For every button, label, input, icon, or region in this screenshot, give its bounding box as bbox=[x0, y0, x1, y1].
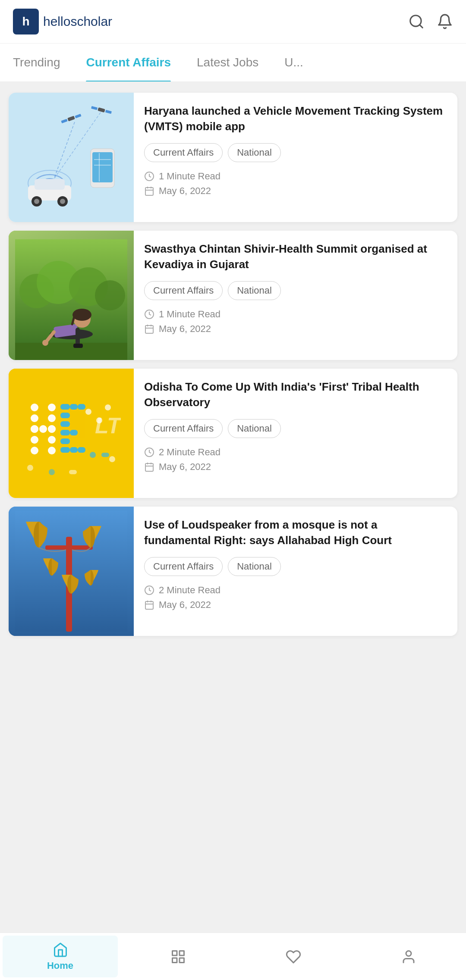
svg-point-81 bbox=[109, 456, 115, 462]
svg-point-42 bbox=[42, 340, 48, 346]
tag-national-1[interactable]: National bbox=[228, 143, 281, 162]
svg-point-61 bbox=[31, 425, 38, 433]
article-body-2: Swasthya Chintan Shivir-Health Summit or… bbox=[134, 231, 457, 360]
article-tags-3: Current Affairs National bbox=[144, 419, 445, 438]
article-meta-4: 2 Minute Read May 6, 2022 bbox=[144, 585, 445, 611]
article-image-4 bbox=[9, 507, 134, 636]
article-card-1[interactable]: Haryana launched a Vehicle Movement Trac… bbox=[9, 93, 457, 222]
article-card-4[interactable]: Use of Loudspeaker from a mosque is not … bbox=[9, 507, 457, 636]
articles-list: Haryana launched a Vehicle Movement Trac… bbox=[0, 82, 466, 711]
tag-current-affairs-2[interactable]: Current Affairs bbox=[144, 281, 223, 300]
logo[interactable]: h helloscholar bbox=[13, 9, 112, 34]
svg-rect-92 bbox=[45, 545, 93, 550]
svg-rect-65 bbox=[60, 413, 70, 418]
svg-text:LT: LT bbox=[95, 413, 121, 438]
search-button[interactable] bbox=[408, 13, 425, 30]
date-1: May 6, 2022 bbox=[144, 185, 445, 197]
svg-point-57 bbox=[48, 414, 56, 422]
logo-text: helloscholar bbox=[43, 14, 112, 29]
svg-rect-84 bbox=[69, 470, 77, 474]
tag-national-3[interactable]: National bbox=[228, 419, 281, 438]
header-actions bbox=[408, 13, 453, 30]
svg-rect-80 bbox=[101, 453, 109, 457]
svg-rect-66 bbox=[60, 421, 70, 427]
svg-point-56 bbox=[48, 404, 56, 411]
svg-point-60 bbox=[48, 447, 56, 454]
article-body-4: Use of Loudspeaker from a mosque is not … bbox=[134, 507, 457, 636]
nav-home[interactable]: Home bbox=[3, 936, 118, 977]
nav-profile[interactable] bbox=[351, 933, 466, 980]
read-time-3: 2 Minute Read bbox=[144, 447, 445, 458]
tag-current-affairs-3[interactable]: Current Affairs bbox=[144, 419, 223, 438]
svg-rect-103 bbox=[172, 951, 177, 955]
bottom-navigation: Home bbox=[0, 933, 466, 980]
loudspeaker-illustration bbox=[15, 511, 127, 632]
heart-icon bbox=[286, 949, 301, 964]
svg-point-78 bbox=[105, 404, 111, 410]
calendar-icon-2 bbox=[144, 324, 154, 334]
svg-rect-70 bbox=[70, 404, 78, 410]
tag-national-4[interactable]: National bbox=[228, 557, 281, 576]
article-body-3: Odisha To Come Up With India's 'First' T… bbox=[134, 369, 457, 498]
svg-point-76 bbox=[85, 409, 91, 415]
article-meta-3: 2 Minute Read May 6, 2022 bbox=[144, 447, 445, 473]
article-tags-4: Current Affairs National bbox=[144, 557, 445, 576]
svg-point-51 bbox=[31, 404, 38, 411]
svg-rect-105 bbox=[179, 958, 184, 963]
article-card-2[interactable]: Swasthya Chintan Shivir-Health Summit or… bbox=[9, 231, 457, 360]
svg-rect-26 bbox=[145, 188, 153, 195]
svg-point-59 bbox=[48, 436, 56, 444]
svg-rect-68 bbox=[60, 438, 70, 444]
clock-icon-3 bbox=[144, 447, 154, 457]
svg-rect-67 bbox=[60, 430, 70, 435]
svg-point-107 bbox=[406, 951, 411, 956]
svg-rect-69 bbox=[60, 447, 70, 453]
date-2: May 6, 2022 bbox=[144, 323, 445, 335]
article-title-3: Odisha To Come Up With India's 'First' T… bbox=[144, 379, 445, 410]
svg-point-62 bbox=[39, 425, 47, 433]
read-time-2: 1 Minute Read bbox=[144, 309, 445, 320]
tag-national-2[interactable]: National bbox=[228, 281, 281, 300]
clock-icon-1 bbox=[144, 171, 154, 182]
tab-trending[interactable]: Trending bbox=[13, 44, 60, 81]
article-title-1: Haryana launched a Vehicle Movement Trac… bbox=[144, 103, 445, 135]
tab-more[interactable]: U... bbox=[284, 44, 303, 81]
article-tags-1: Current Affairs National bbox=[144, 143, 445, 162]
navigation-tabs: Trending Current Affairs Latest Jobs U..… bbox=[0, 44, 466, 82]
svg-point-11 bbox=[60, 199, 65, 204]
article-image-2 bbox=[9, 231, 134, 360]
bell-icon bbox=[437, 13, 453, 30]
nav-favorites[interactable] bbox=[236, 933, 351, 980]
health-illustration: LT bbox=[9, 369, 121, 489]
svg-point-63 bbox=[48, 425, 56, 433]
svg-point-52 bbox=[31, 414, 38, 422]
article-meta-1: 1 Minute Read May 6, 2022 bbox=[144, 171, 445, 197]
profile-icon bbox=[401, 949, 416, 964]
svg-rect-72 bbox=[70, 430, 78, 435]
tab-latest-jobs[interactable]: Latest Jobs bbox=[197, 44, 258, 81]
svg-point-9 bbox=[34, 199, 39, 204]
svg-point-34 bbox=[95, 280, 125, 310]
svg-line-1 bbox=[419, 25, 422, 28]
tab-current-affairs[interactable]: Current Affairs bbox=[86, 44, 171, 81]
nav-grid[interactable] bbox=[120, 933, 236, 980]
tag-current-affairs-4[interactable]: Current Affairs bbox=[144, 557, 223, 576]
article-card-3[interactable]: LT Odisha To Come Up With India's 'First… bbox=[9, 369, 457, 498]
nav-home-label: Home bbox=[47, 960, 73, 971]
clock-icon-4 bbox=[144, 585, 154, 595]
notification-button[interactable] bbox=[437, 13, 453, 30]
svg-point-77 bbox=[96, 417, 102, 423]
svg-rect-19 bbox=[92, 152, 113, 182]
svg-rect-7 bbox=[35, 179, 65, 190]
bottom-spacer bbox=[9, 645, 457, 701]
svg-rect-99 bbox=[145, 601, 153, 609]
tag-current-affairs-1[interactable]: Current Affairs bbox=[144, 143, 223, 162]
fitness-illustration bbox=[15, 239, 127, 360]
svg-rect-35 bbox=[15, 343, 127, 360]
read-time-1: 1 Minute Read bbox=[144, 171, 445, 182]
svg-rect-74 bbox=[78, 447, 85, 453]
svg-point-82 bbox=[27, 465, 33, 471]
svg-point-79 bbox=[90, 452, 96, 458]
date-3: May 6, 2022 bbox=[144, 461, 445, 473]
svg-rect-44 bbox=[73, 344, 83, 348]
